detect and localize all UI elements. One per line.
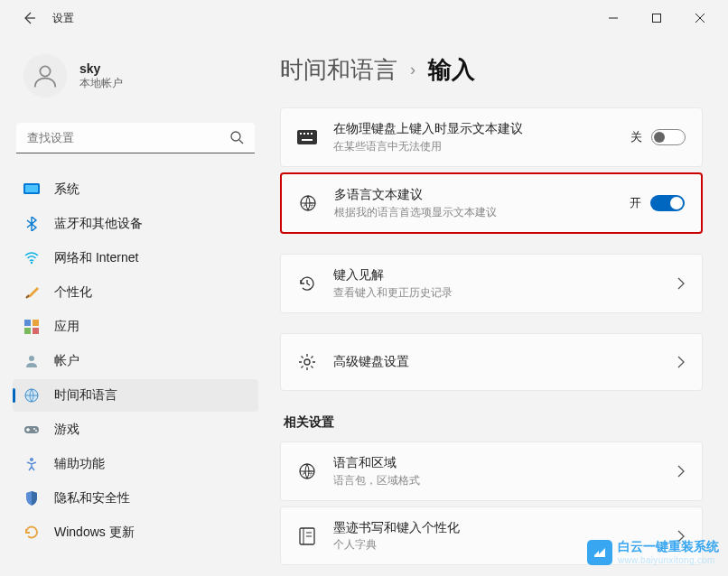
- shield-icon: [23, 490, 40, 506]
- user-name: sky: [79, 61, 123, 76]
- back-button[interactable]: [18, 7, 40, 29]
- wifi-icon: [23, 250, 40, 266]
- sidebar-item-label: 蓝牙和其他设备: [54, 216, 143, 232]
- svg-point-2: [231, 132, 240, 141]
- svg-text:A: A: [303, 470, 306, 476]
- card-title: 多语言文本建议: [334, 186, 630, 203]
- accessibility-icon: [23, 456, 40, 472]
- search-icon: [229, 130, 244, 148]
- card-title: 在物理键盘上键入时显示文本建议: [333, 120, 630, 137]
- sidebar-item-windows-update[interactable]: Windows 更新: [13, 516, 258, 549]
- svg-point-15: [30, 458, 33, 461]
- keyboard-icon: [297, 130, 317, 144]
- sidebar-item-system[interactable]: 系统: [13, 173, 258, 206]
- watermark-logo: [587, 540, 612, 565]
- breadcrumb-current: 输入: [428, 54, 475, 86]
- svg-point-25: [304, 359, 310, 365]
- svg-rect-17: [300, 133, 302, 135]
- svg-rect-8: [24, 328, 31, 334]
- card-language-region[interactable]: A字 语言和区域 语言包，区域格式: [280, 441, 703, 501]
- text-suggestions-toggle[interactable]: [651, 129, 686, 145]
- card-sub: 在某些语言中无法使用: [333, 139, 630, 154]
- sidebar-item-privacy[interactable]: 隐私和安全性: [13, 482, 258, 515]
- svg-text:字: 字: [309, 201, 314, 208]
- sidebar-item-label: 帐户: [54, 353, 79, 369]
- chevron-right-icon: [677, 465, 686, 478]
- svg-rect-20: [311, 133, 313, 135]
- svg-text:A: A: [303, 202, 307, 208]
- sidebar-item-label: 个性化: [54, 284, 92, 301]
- card-title: 墨迹书写和键入个性化: [333, 519, 677, 536]
- sidebar-item-bluetooth[interactable]: 蓝牙和其他设备: [13, 208, 258, 240]
- sidebar-item-apps[interactable]: 应用: [13, 311, 258, 343]
- chevron-right-icon: ›: [410, 60, 415, 79]
- card-title: 高级键盘设置: [333, 353, 677, 370]
- chevron-right-icon: [677, 356, 686, 368]
- toggle-label: 开: [630, 195, 641, 211]
- sidebar-item-label: 网络和 Internet: [54, 250, 138, 266]
- sidebar-item-label: Windows 更新: [54, 525, 135, 541]
- svg-rect-0: [653, 14, 661, 23]
- multi-lang-toggle[interactable]: [650, 195, 685, 211]
- svg-point-5: [31, 262, 33, 264]
- brush-icon: [23, 284, 40, 301]
- sidebar-item-time-language[interactable]: 时间和语言: [13, 379, 258, 412]
- breadcrumb: 时间和语言 › 输入: [280, 54, 703, 86]
- chevron-right-icon: [677, 277, 686, 290]
- sidebar-item-label: 系统: [54, 181, 79, 198]
- sidebar-item-accessibility[interactable]: 辅助功能: [13, 448, 258, 480]
- toggle-label: 关: [630, 129, 642, 145]
- sidebar-item-personalization[interactable]: 个性化: [13, 276, 258, 309]
- sidebar-item-label: 应用: [54, 319, 79, 335]
- svg-rect-18: [303, 133, 305, 135]
- close-button[interactable]: [679, 4, 721, 33]
- card-sub: 查看键入和更正历史记录: [333, 285, 677, 301]
- card-multi-lang-suggestions[interactable]: A字 多语言文本建议 根据我的语言首选项显示文本建议 开: [280, 172, 703, 234]
- bluetooth-icon: [23, 216, 40, 232]
- svg-rect-7: [33, 320, 39, 326]
- gear-icon: [297, 353, 317, 371]
- history-icon: [297, 274, 317, 293]
- watermark-brand: 白云一键重装系统: [618, 539, 719, 555]
- apps-icon: [23, 319, 40, 335]
- language-icon: A字: [298, 194, 318, 212]
- card-text-suggestions[interactable]: 在物理键盘上键入时显示文本建议 在某些语言中无法使用 关: [280, 107, 703, 167]
- sidebar-item-gaming[interactable]: 游戏: [13, 413, 258, 446]
- minimize-button[interactable]: [593, 4, 634, 33]
- card-sub: 语言包，区域格式: [333, 473, 677, 488]
- sidebar-item-label: 时间和语言: [54, 387, 117, 404]
- card-title: 语言和区域: [333, 454, 677, 471]
- globe-language-icon: A字: [297, 462, 317, 480]
- avatar: [23, 54, 67, 98]
- svg-rect-9: [33, 328, 39, 334]
- card-typing-insights[interactable]: 键入见解 查看键入和更正历史记录: [280, 254, 703, 313]
- dictionary-icon: [297, 527, 317, 545]
- gaming-icon: [23, 422, 40, 438]
- globe-clock-icon: [23, 387, 40, 404]
- system-icon: [23, 181, 40, 198]
- card-sub: 根据我的语言首选项显示文本建议: [334, 205, 630, 220]
- svg-rect-19: [307, 133, 309, 135]
- svg-rect-16: [297, 130, 317, 144]
- svg-rect-6: [24, 320, 31, 326]
- user-block[interactable]: sky 本地帐户: [13, 45, 258, 107]
- sidebar-item-accounts[interactable]: 帐户: [13, 345, 258, 377]
- breadcrumb-parent[interactable]: 时间和语言: [280, 54, 397, 86]
- maximize-button[interactable]: [636, 4, 677, 33]
- sidebar-item-label: 隐私和安全性: [54, 490, 130, 506]
- svg-point-13: [33, 428, 35, 430]
- search-input[interactable]: [16, 123, 255, 153]
- card-title: 键入见解: [333, 266, 677, 283]
- svg-rect-21: [302, 139, 313, 141]
- svg-point-10: [29, 356, 34, 361]
- sidebar-item-network[interactable]: 网络和 Internet: [13, 242, 258, 274]
- svg-point-1: [40, 66, 50, 76]
- watermark-url: www.baiyunxitong.com: [618, 555, 719, 565]
- watermark: 白云一键重装系统 www.baiyunxitong.com: [587, 539, 719, 565]
- person-icon: [23, 353, 40, 369]
- related-settings-header: 相关设置: [284, 414, 703, 431]
- svg-point-14: [35, 430, 37, 432]
- user-sub: 本地帐户: [79, 76, 123, 91]
- card-advanced-keyboard[interactable]: 高级键盘设置: [280, 333, 703, 391]
- svg-text:字: 字: [308, 469, 313, 476]
